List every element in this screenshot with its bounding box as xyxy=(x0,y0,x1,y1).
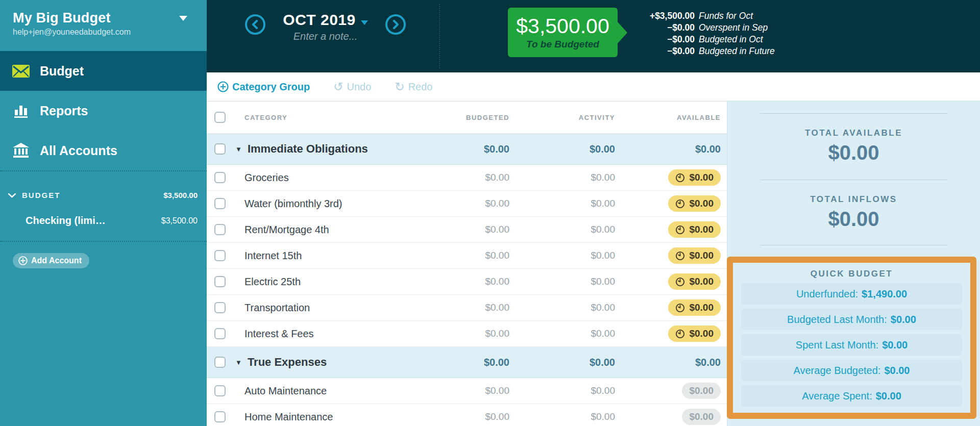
undo-button[interactable]: ↺ Undo xyxy=(330,81,374,93)
table-row: Groceries $0.00 $0.00 $0.00 xyxy=(207,165,727,191)
budgeted-cell[interactable]: $0.00 xyxy=(425,198,517,209)
select-all-checkbox[interactable] xyxy=(214,112,226,123)
sidebar-item-label: Reports xyxy=(40,104,88,118)
divider xyxy=(760,180,947,180)
available-pill[interactable]: $0.00 xyxy=(668,299,721,316)
undo-icon: ↺ xyxy=(333,81,343,93)
sidebar-account-checking[interactable]: Checking (limi… $3,500.00 xyxy=(0,215,207,227)
activity-cell: $0.00 xyxy=(517,198,622,209)
column-header-available[interactable]: AVAILABLE xyxy=(622,114,727,121)
month-navigation: OCT 2019 Enter a note... xyxy=(237,0,401,72)
quick-budget-average-budgeted[interactable]: Average Budgeted: $0.00 xyxy=(741,360,962,381)
budgeted-cell[interactable]: $0.00 xyxy=(425,172,517,183)
column-header-budgeted[interactable]: BUDGETED xyxy=(425,114,517,121)
group-name[interactable]: Immediate Obligations xyxy=(248,142,368,156)
category-name[interactable]: Internet 15th xyxy=(244,250,302,262)
available-pill[interactable]: $0.00 xyxy=(668,273,721,290)
budget-switcher[interactable]: My Big Budget help+jen@youneedabudget.co… xyxy=(0,0,207,51)
budgeted-cell[interactable]: $0.00 xyxy=(425,302,517,313)
current-month-label[interactable]: OCT 2019 xyxy=(283,11,355,29)
table-row: Auto Maintenance $0.00 $0.00 $0.00 xyxy=(207,378,727,404)
category-name[interactable]: Interest & Fees xyxy=(244,328,314,340)
total-available-label: TOTAL AVAILABLE xyxy=(727,128,980,138)
available-pill[interactable]: $0.00 xyxy=(682,383,721,399)
activity-cell: $0.00 xyxy=(517,385,622,396)
available-pill[interactable]: $0.00 xyxy=(668,325,721,342)
accounts-section-header[interactable]: BUDGET $3,500.00 xyxy=(0,191,207,199)
next-month-button[interactable] xyxy=(385,14,406,35)
row-checkbox[interactable] xyxy=(214,224,226,235)
available-pill[interactable]: $0.00 xyxy=(682,409,721,425)
row-checkbox[interactable] xyxy=(214,357,226,368)
to-be-budgeted-flag[interactable]: $3,500.00 To be Budgeted xyxy=(508,8,618,57)
available-pill[interactable]: $0.00 xyxy=(668,247,721,264)
previous-month-button[interactable] xyxy=(245,14,265,35)
quick-budget-title: QUICK BUDGET xyxy=(741,269,962,279)
activity-cell: $0.00 xyxy=(517,328,622,339)
category-name[interactable]: Rent/Mortgage 4th xyxy=(244,224,329,236)
row-checkbox[interactable] xyxy=(214,411,226,422)
quick-budget-average-spent[interactable]: Average Spent: $0.00 xyxy=(741,385,962,407)
account-name: Checking (limi… xyxy=(26,215,161,227)
budgeted-cell[interactable]: $0.00 xyxy=(425,411,517,422)
budget-table: Category Group ↺ Undo ↻ Redo CATEGORY BU… xyxy=(207,72,727,426)
column-header-category[interactable]: CATEGORY xyxy=(232,114,425,121)
available-pill[interactable]: $0.00 xyxy=(668,169,721,186)
budgeted-cell: $0.00 xyxy=(425,143,517,155)
table-row: Transportation $0.00 $0.00 $0.00 xyxy=(207,295,727,321)
table-row-group: ▼ Immediate Obligations $0.00 $0.00 $0.0… xyxy=(207,134,727,165)
row-checkbox[interactable] xyxy=(214,276,226,287)
quick-budget-budgeted-last-month[interactable]: Budgeted Last Month: $0.00 xyxy=(741,309,962,330)
budgeted-cell[interactable]: $0.00 xyxy=(425,276,517,287)
envelope-icon xyxy=(11,65,31,78)
row-checkbox[interactable] xyxy=(214,198,226,209)
budgeted-cell[interactable]: $0.00 xyxy=(425,224,517,235)
column-header-activity[interactable]: ACTIVITY xyxy=(517,114,622,121)
total-inflows-label: TOTAL INFLOWS xyxy=(727,194,980,205)
redo-button[interactable]: ↻ Redo xyxy=(391,81,435,93)
activity-cell: $0.00 xyxy=(517,357,622,368)
available-pill[interactable]: $0.00 xyxy=(668,195,721,212)
activity-cell: $0.00 xyxy=(517,411,622,422)
account-balance: $3,500.00 xyxy=(161,216,198,225)
sidebar-divider xyxy=(0,241,207,242)
add-account-button[interactable]: Add Account xyxy=(13,253,89,268)
category-name[interactable]: Water (bimonthly 3rd) xyxy=(244,198,342,210)
accounts-section-label: BUDGET xyxy=(22,191,163,199)
month-note-input[interactable]: Enter a note... xyxy=(265,31,385,42)
row-checkbox[interactable] xyxy=(214,302,226,313)
row-checkbox[interactable] xyxy=(214,328,226,339)
accounts-section-total: $3,500.00 xyxy=(163,191,198,199)
budgeted-cell[interactable]: $0.00 xyxy=(425,250,517,261)
available-pill[interactable]: $0.00 xyxy=(668,221,721,238)
activity-cell: $0.00 xyxy=(517,143,622,155)
chevron-down-icon[interactable] xyxy=(179,16,187,21)
category-name[interactable]: Electric 25th xyxy=(244,276,301,288)
add-category-group-button[interactable]: Category Group xyxy=(214,81,313,93)
category-name[interactable]: Groceries xyxy=(244,172,289,184)
row-checkbox[interactable] xyxy=(214,143,226,155)
category-name[interactable]: Transportation xyxy=(244,302,310,314)
table-row: Rent/Mortgage 4th $0.00 $0.00 $0.00 xyxy=(207,217,727,243)
sidebar-item-reports[interactable]: Reports xyxy=(0,91,207,131)
row-checkbox[interactable] xyxy=(214,250,226,261)
available-cell: $0.00 xyxy=(622,143,727,155)
to-be-budgeted-label: To be Budgeted xyxy=(526,39,599,50)
table-row: Electric 25th $0.00 $0.00 $0.00 xyxy=(207,269,727,295)
budgeted-cell[interactable]: $0.00 xyxy=(425,385,517,396)
category-name[interactable]: Home Maintenance xyxy=(244,411,333,423)
category-name[interactable]: Auto Maintenance xyxy=(244,385,327,397)
collapse-triangle-icon[interactable]: ▼ xyxy=(235,359,242,366)
group-name[interactable]: True Expenses xyxy=(248,356,327,369)
month-dropdown-icon[interactable] xyxy=(361,20,368,25)
row-checkbox[interactable] xyxy=(214,385,226,396)
sidebar-item-all-accounts[interactable]: All Accounts xyxy=(0,131,207,170)
row-checkbox[interactable] xyxy=(214,172,226,183)
quick-budget-spent-last-month[interactable]: Spent Last Month: $0.00 xyxy=(741,334,962,356)
clock-icon xyxy=(675,173,685,183)
collapse-triangle-icon[interactable]: ▼ xyxy=(235,146,242,153)
quick-budget-underfunded[interactable]: Underfunded: $1,490.00 xyxy=(741,283,962,305)
chevron-collapse-icon[interactable] xyxy=(8,193,16,198)
budgeted-cell[interactable]: $0.00 xyxy=(425,328,517,339)
sidebar-item-budget[interactable]: Budget xyxy=(0,51,207,91)
